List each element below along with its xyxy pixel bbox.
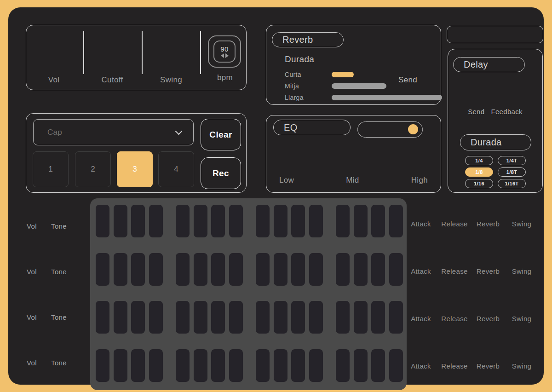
step-cell[interactable] xyxy=(274,205,288,237)
reverb-curta-bar[interactable] xyxy=(332,72,354,77)
reverb-llarga-bar[interactable] xyxy=(332,95,442,100)
pattern-button-2[interactable]: 2 xyxy=(75,151,111,187)
step-cell[interactable] xyxy=(389,253,403,286)
step-cell[interactable] xyxy=(96,253,109,286)
step-cell[interactable] xyxy=(336,253,350,286)
step-cell[interactable] xyxy=(291,253,305,286)
seq-reverb-label: Reverb xyxy=(477,220,500,227)
step-cell[interactable] xyxy=(96,205,109,237)
step-cell[interactable] xyxy=(371,301,385,334)
reverb-mitja-bar[interactable] xyxy=(332,83,386,89)
step-cell[interactable] xyxy=(176,205,190,237)
step-cell[interactable] xyxy=(336,349,350,382)
step-cell[interactable] xyxy=(354,253,368,286)
drum-machine-app: Vol Cutoff Swing 90 bpm Cap Clear xyxy=(0,0,552,392)
delay-time-1-4t[interactable]: 1/4T xyxy=(498,156,526,165)
step-cell[interactable] xyxy=(256,253,270,286)
step-cell[interactable] xyxy=(389,349,403,382)
delay-time-1-8t[interactable]: 1/8T xyxy=(498,167,526,177)
pattern-button-3[interactable]: 3 xyxy=(117,151,153,187)
delay-time-1-4[interactable]: 1/4 xyxy=(465,156,493,165)
seq-tone-label: Tone xyxy=(51,314,67,321)
step-cell[interactable] xyxy=(131,349,145,382)
step-cell[interactable] xyxy=(309,301,323,334)
step-cell[interactable] xyxy=(194,253,207,286)
bpm-decrement-icon[interactable] xyxy=(221,53,224,58)
swing-slider[interactable] xyxy=(200,31,201,74)
step-cell[interactable] xyxy=(96,301,109,334)
step-cell[interactable] xyxy=(194,205,207,237)
step-cell[interactable] xyxy=(274,253,288,286)
bpm-stepper[interactable]: 90 xyxy=(208,35,241,68)
step-cell[interactable] xyxy=(309,205,323,237)
step-cell[interactable] xyxy=(256,349,270,382)
step-cell[interactable] xyxy=(256,301,270,334)
step-cell[interactable] xyxy=(256,205,270,237)
step-cell[interactable] xyxy=(114,301,127,334)
eq-toggle[interactable] xyxy=(357,121,423,138)
step-cell[interactable] xyxy=(371,205,385,237)
step-cell[interactable] xyxy=(114,253,127,286)
pattern-button-4[interactable]: 4 xyxy=(158,151,194,187)
delay-time-1-8[interactable]: 1/8 xyxy=(465,167,493,177)
bpm-increment-icon[interactable] xyxy=(225,53,229,58)
step-cell[interactable] xyxy=(354,205,368,237)
step-cell[interactable] xyxy=(114,349,127,382)
rec-button[interactable]: Rec xyxy=(201,157,241,189)
step-cell[interactable] xyxy=(274,349,288,382)
step-cell[interactable] xyxy=(274,301,288,334)
step-cell[interactable] xyxy=(114,205,127,237)
sample-select[interactable]: Cap xyxy=(33,119,194,145)
step-cell[interactable] xyxy=(149,349,163,382)
step-cell[interactable] xyxy=(309,349,323,382)
step-cell[interactable] xyxy=(336,205,350,237)
reverb-title-pill: Reverb xyxy=(272,32,344,47)
step-cell[interactable] xyxy=(229,205,243,237)
seq-vol-label: Vol xyxy=(27,359,37,366)
step-cell[interactable] xyxy=(371,253,385,286)
step-cell[interactable] xyxy=(149,301,163,334)
step-cell[interactable] xyxy=(291,349,305,382)
step-cell[interactable] xyxy=(176,301,190,334)
step-cell[interactable] xyxy=(309,253,323,286)
vol-slider[interactable] xyxy=(83,31,84,74)
step-cell[interactable] xyxy=(131,253,145,286)
step-cell[interactable] xyxy=(291,301,305,334)
step-cell[interactable] xyxy=(229,301,243,334)
step-cell[interactable] xyxy=(194,301,207,334)
step-cell[interactable] xyxy=(354,301,368,334)
delay-time-1-16[interactable]: 1/16 xyxy=(465,179,493,188)
delay-time-1-16t[interactable]: 1/16T xyxy=(498,179,526,188)
seq-reverb-label: Reverb xyxy=(477,363,500,369)
bpm-arrows xyxy=(221,53,229,58)
clear-button[interactable]: Clear xyxy=(201,119,241,150)
step-cell[interactable] xyxy=(211,205,225,237)
step-cell[interactable] xyxy=(336,301,350,334)
seq-attack-label: Attack xyxy=(411,220,431,227)
cutoff-label: Cutoff xyxy=(102,76,123,84)
seq-release-label: Release xyxy=(441,268,467,275)
step-cell[interactable] xyxy=(194,349,207,382)
step-cell[interactable] xyxy=(371,349,385,382)
step-cell[interactable] xyxy=(389,205,403,237)
step-cell[interactable] xyxy=(211,253,225,286)
step-cell[interactable] xyxy=(96,349,109,382)
step-cell[interactable] xyxy=(291,205,305,237)
cutoff-slider[interactable] xyxy=(142,31,143,74)
eq-low-label: Low xyxy=(279,176,294,185)
step-cell[interactable] xyxy=(229,253,243,286)
step-cell[interactable] xyxy=(131,205,145,237)
step-cell[interactable] xyxy=(131,301,145,334)
step-cell[interactable] xyxy=(389,301,403,334)
step-cell[interactable] xyxy=(176,349,190,382)
step-cell[interactable] xyxy=(229,349,243,382)
step-cell[interactable] xyxy=(211,349,225,382)
step-cell[interactable] xyxy=(354,349,368,382)
step-cell[interactable] xyxy=(149,253,163,286)
step-cell[interactable] xyxy=(176,253,190,286)
pattern-button-1[interactable]: 1 xyxy=(33,151,69,187)
step-cell[interactable] xyxy=(149,205,163,237)
reverb-llarga-label: Llarga xyxy=(285,94,312,101)
step-cell[interactable] xyxy=(211,301,225,334)
seq-attack-label: Attack xyxy=(411,363,431,369)
